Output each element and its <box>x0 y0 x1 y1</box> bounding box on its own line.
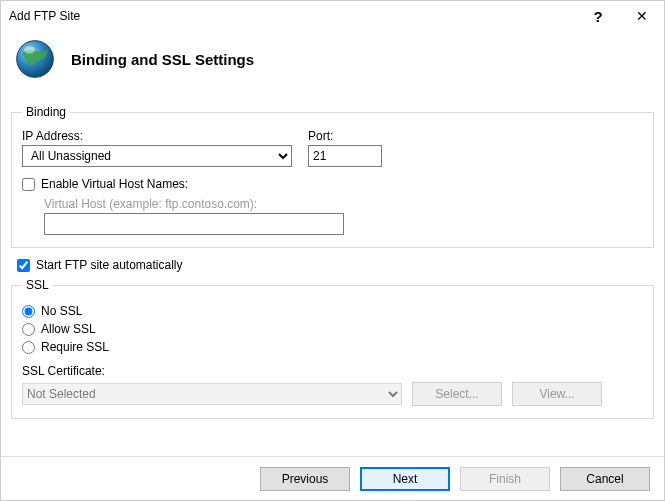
auto-start-label[interactable]: Start FTP site automatically <box>36 258 183 272</box>
previous-button[interactable]: Previous <box>260 467 350 491</box>
wizard-body: Binding IP Address: All Unassigned Port:… <box>1 105 664 419</box>
help-icon[interactable]: ? <box>576 1 620 31</box>
ssl-group: SSL No SSL Allow SSL Require SSL SSL Cer… <box>11 278 654 419</box>
vhost-input <box>44 213 344 235</box>
next-button[interactable]: Next <box>360 467 450 491</box>
ssl-view-button: View... <box>512 382 602 406</box>
ssl-legend: SSL <box>22 278 53 292</box>
require-ssl-radio[interactable] <box>22 341 35 354</box>
dialog-window: Add FTP Site ? ✕ Binding and SSL Setting… <box>0 0 665 501</box>
finish-button: Finish <box>460 467 550 491</box>
ssl-cert-label: SSL Certificate: <box>22 364 643 378</box>
svg-point-1 <box>24 46 35 53</box>
page-title: Binding and SSL Settings <box>71 51 254 68</box>
titlebar: Add FTP Site ? ✕ <box>1 1 664 31</box>
wizard-footer: Previous Next Finish Cancel <box>1 456 664 500</box>
ip-address-select[interactable]: All Unassigned <box>22 145 292 167</box>
auto-start-checkbox[interactable] <box>17 259 30 272</box>
globe-icon <box>13 37 57 81</box>
port-label: Port: <box>308 129 382 143</box>
binding-legend: Binding <box>22 105 70 119</box>
enable-vhost-label[interactable]: Enable Virtual Host Names: <box>41 177 188 191</box>
port-input[interactable] <box>308 145 382 167</box>
wizard-header: Binding and SSL Settings <box>1 31 664 99</box>
window-title: Add FTP Site <box>9 9 576 23</box>
ssl-cert-select: Not Selected <box>22 383 402 405</box>
no-ssl-radio[interactable] <box>22 305 35 318</box>
no-ssl-label[interactable]: No SSL <box>41 304 82 318</box>
vhost-sub-label: Virtual Host (example: ftp.contoso.com): <box>44 197 643 211</box>
ssl-select-button: Select... <box>412 382 502 406</box>
close-icon[interactable]: ✕ <box>620 1 664 31</box>
allow-ssl-radio[interactable] <box>22 323 35 336</box>
cancel-button[interactable]: Cancel <box>560 467 650 491</box>
enable-vhost-checkbox[interactable] <box>22 178 35 191</box>
allow-ssl-label[interactable]: Allow SSL <box>41 322 96 336</box>
binding-group: Binding IP Address: All Unassigned Port:… <box>11 105 654 248</box>
require-ssl-label[interactable]: Require SSL <box>41 340 109 354</box>
ip-address-label: IP Address: <box>22 129 292 143</box>
